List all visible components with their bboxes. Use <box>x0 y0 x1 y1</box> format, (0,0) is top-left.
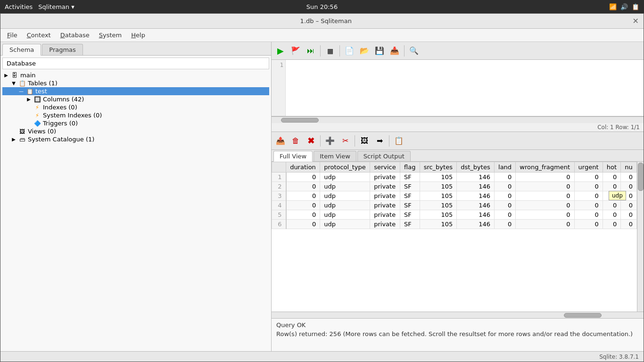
cell-service[interactable]: private <box>370 191 400 201</box>
toggle-test[interactable]: — <box>17 89 25 94</box>
cell-urgent[interactable]: 0 <box>574 173 603 182</box>
menu-help[interactable]: Help <box>127 31 149 40</box>
cell-src_bytes[interactable]: 105 <box>420 220 457 229</box>
cell-urgent[interactable]: 0 <box>574 220 603 229</box>
image-button[interactable]: 🖼 <box>357 134 372 148</box>
cell-src_bytes[interactable]: 105 <box>420 173 457 182</box>
col-header-src-bytes[interactable]: src_bytes <box>420 162 457 173</box>
col-header-wrong-fragment[interactable]: wrong_fragment <box>516 162 574 173</box>
tree-node-test[interactable]: — 📋 test <box>2 87 269 95</box>
table-button[interactable]: ▦ <box>323 44 337 58</box>
cell-flag[interactable]: SF <box>400 220 420 229</box>
cell-duration[interactable]: 0 <box>286 191 320 201</box>
col-header-flag[interactable]: flag <box>400 162 420 173</box>
cell-nu[interactable]: 0 <box>621 210 637 220</box>
col-header-protocol-type[interactable]: protocol_type <box>320 162 370 173</box>
tree-node-indexes[interactable]: ▶ ⚡ Indexes (0) <box>2 103 269 111</box>
menu-system[interactable]: System <box>95 31 126 40</box>
cell-row_num[interactable]: 5 <box>272 210 286 220</box>
toggle-columns[interactable]: ▶ <box>25 97 33 102</box>
table-row[interactable]: 60udpprivateSF10514600000 <box>272 220 637 229</box>
cell-wrong_fragment[interactable]: 0 <box>516 173 574 182</box>
cell-row_num[interactable]: 6 <box>272 220 286 229</box>
cell-nu[interactable]: 0 <box>621 201 637 210</box>
cell-dst_bytes[interactable]: 146 <box>457 182 495 191</box>
tab-script-output[interactable]: Script Output <box>357 151 411 161</box>
cell-protocol_type[interactable]: udp <box>320 201 370 210</box>
table-h-scrollbar[interactable] <box>272 312 644 318</box>
cell-dst_bytes[interactable]: 146 <box>457 220 495 229</box>
cell-flag[interactable]: SF <box>400 182 420 191</box>
cell-urgent[interactable]: 0 <box>574 201 603 210</box>
cell-hot[interactable]: 0 <box>603 201 620 210</box>
col-header-land[interactable]: land <box>495 162 516 173</box>
editor-scrollbar-thumb[interactable] <box>281 118 319 123</box>
menu-context[interactable]: Context <box>23 31 55 40</box>
tab-full-view[interactable]: Full View <box>273 151 313 162</box>
cell-wrong_fragment[interactable]: 0 <box>516 201 574 210</box>
cell-wrong_fragment[interactable]: 0 <box>516 210 574 220</box>
cell-duration[interactable]: 0 <box>286 220 320 229</box>
cell-service[interactable]: private <box>370 201 400 210</box>
sql-editor-input[interactable] <box>286 60 644 116</box>
cell-land[interactable]: 0 <box>495 220 516 229</box>
script-button[interactable]: 📋 <box>392 134 406 148</box>
cell-src_bytes[interactable]: 105 <box>420 210 457 220</box>
cell-wrong_fragment[interactable]: 0 <box>516 220 574 229</box>
tab-schema[interactable]: Schema <box>2 44 41 56</box>
open-file-button[interactable]: 📂 <box>357 44 372 58</box>
col-header-hot[interactable]: hot <box>603 162 620 173</box>
toggle-tables[interactable]: ▼ <box>10 81 17 86</box>
cell-dst_bytes[interactable]: 146 <box>457 201 495 210</box>
data-table-scroll-area[interactable]: duration protocol_type service flag src_… <box>272 162 637 312</box>
menu-database[interactable]: Database <box>57 31 93 40</box>
cell-src_bytes[interactable]: 105 <box>420 182 457 191</box>
cell-land[interactable]: 0 <box>495 201 516 210</box>
cell-urgent[interactable]: 0 <box>574 182 603 191</box>
cell-urgent[interactable]: 0 <box>574 191 603 201</box>
table-row[interactable]: 50udpprivateSF10514600000 <box>272 210 637 220</box>
cell-flag[interactable]: SF <box>400 201 420 210</box>
tree-node-triggers[interactable]: ▶ 🔷 Triggers (0) <box>2 119 269 127</box>
run-button[interactable]: ▶ <box>273 44 288 58</box>
tree-node-sysindexes[interactable]: ▶ ⚡ System Indexes (0) <box>2 111 269 119</box>
cell-flag[interactable]: SF <box>400 173 420 182</box>
cell-hot[interactable]: 0 <box>603 182 620 191</box>
edit-row-button[interactable]: ✂ <box>338 134 352 148</box>
cell-service[interactable]: private <box>370 182 400 191</box>
tree-node-syscatalogue[interactable]: ▶ 🗃 System Catalogue (1) <box>2 135 269 143</box>
cell-duration[interactable]: 0 <box>286 210 320 220</box>
activities-label[interactable]: Activities <box>5 3 33 10</box>
editor-scrollbar[interactable] <box>272 116 644 123</box>
tab-item-view[interactable]: Item View <box>314 151 356 161</box>
cell-land[interactable]: 0 <box>495 191 516 201</box>
cell-flag[interactable]: SF <box>400 210 420 220</box>
cell-nu[interactable]: 0 <box>621 182 637 191</box>
cell-service[interactable]: private <box>370 220 400 229</box>
export-button[interactable]: 📤 <box>273 134 288 148</box>
col-header-service[interactable]: service <box>370 162 400 173</box>
cell-nu[interactable]: 0 <box>621 220 637 229</box>
cell-service[interactable]: private <box>370 173 400 182</box>
cell-protocol_type[interactable]: udp <box>320 210 370 220</box>
cell-hot[interactable]: 0 <box>603 191 620 201</box>
tree-node-main[interactable]: ▶ 🗄 main <box>2 71 269 79</box>
tab-pragmas[interactable]: Pragmas <box>42 44 83 55</box>
cell-row_num[interactable]: 1 <box>272 173 286 182</box>
delete-all-button[interactable]: ✖ <box>304 134 318 148</box>
table-row[interactable]: 10udpprivateSF10514600000 <box>272 173 637 182</box>
cell-hot[interactable]: 0 <box>603 220 620 229</box>
cell-urgent[interactable]: 0 <box>574 210 603 220</box>
cell-nu[interactable]: 0 <box>621 173 637 182</box>
col-header-nu[interactable]: nu <box>621 162 637 173</box>
col-header-urgent[interactable]: urgent <box>574 162 603 173</box>
cell-protocol_type[interactable]: udp <box>320 220 370 229</box>
cell-protocol_type[interactable]: udp <box>320 191 370 201</box>
cell-dst_bytes[interactable]: 146 <box>457 173 495 182</box>
tree-node-views[interactable]: ▶ 🖼 Views (0) <box>2 127 269 135</box>
search-button[interactable]: 🔍 <box>407 44 421 58</box>
cell-hot[interactable]: 0 <box>603 210 620 220</box>
cell-duration[interactable]: 0 <box>286 182 320 191</box>
table-row[interactable]: 40udpprivateSF10514600000 <box>272 201 637 210</box>
table-row[interactable]: 20udpprivateSF10514600000 <box>272 182 637 191</box>
